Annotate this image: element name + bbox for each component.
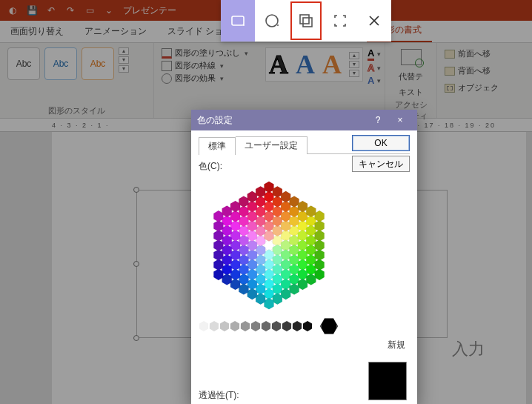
new-color-swatch — [368, 362, 407, 400]
shape-style-preset-3[interactable]: Abc — [82, 47, 114, 80]
bucket-icon — [162, 48, 172, 59]
color-hex-picker[interactable] — [199, 179, 339, 312]
capture-fullscreen-button[interactable] — [323, 0, 357, 42]
send-backward-icon — [445, 67, 455, 76]
capture-toolbar — [221, 0, 391, 42]
dialog-titlebar[interactable]: 色の設定 ? × — [191, 110, 417, 130]
svg-point-1 — [243, 24, 245, 26]
undo-icon[interactable]: ↶ — [46, 5, 56, 16]
tab-animation[interactable]: アニメーション — [74, 21, 157, 42]
svg-point-3 — [277, 24, 279, 26]
shape-effects-button[interactable]: 図形の効果▾ — [162, 73, 248, 84]
ribbon: Abc Abc Abc ▴▾▾ 図形のスタイル 図形の塗りつぶし▾ 図形の枠線▾… — [0, 43, 532, 119]
placeholder-text[interactable]: 入力 — [452, 338, 485, 360]
svg-rect-5 — [303, 18, 312, 27]
selection-pane-icon — [445, 84, 455, 93]
group-wordart-styles: A A A ▴▾▾ A▾ A▾ A▾ — [258, 43, 385, 118]
more-icon[interactable]: ⌄ — [104, 5, 114, 16]
capture-freeform-button[interactable] — [255, 0, 289, 42]
touch-icon[interactable]: ▭ — [84, 5, 95, 16]
resize-handle[interactable] — [133, 261, 139, 267]
dialog-title: 色の設定 — [197, 114, 233, 127]
ok-button[interactable]: OK — [352, 135, 410, 151]
alt-text-line2: キスト — [399, 87, 423, 98]
group-accessibility: 代替テ キスト アクセシビリティ — [385, 43, 437, 118]
dialog-close-button[interactable]: × — [389, 115, 411, 125]
wordart-preset-3[interactable]: A — [322, 51, 342, 78]
group-shape-format: 図形の塗りつぶし▾ 図形の枠線▾ 図形の効果▾ — [154, 43, 258, 118]
wordart-gallery[interactable]: A A A ▴▾▾ — [265, 47, 363, 82]
cancel-button[interactable]: キャンセル — [352, 156, 410, 172]
text-fill-button[interactable]: A▾ — [368, 47, 381, 61]
alt-text-line1: 代替テ — [399, 71, 423, 82]
shape-style-gallery-spinner[interactable]: ▴▾▾ — [119, 47, 129, 73]
svg-rect-0 — [232, 16, 244, 25]
group-shape-styles: Abc Abc Abc ▴▾▾ 図形のスタイル — [0, 43, 154, 118]
svg-point-2 — [266, 15, 278, 27]
autosave-icon: ◐ — [7, 5, 18, 16]
bring-forward-icon — [445, 50, 455, 59]
selection-pane-button[interactable]: オブジェク — [445, 82, 499, 94]
text-effects-button[interactable]: A▾ — [368, 75, 381, 86]
shape-outline-button[interactable]: 図形の枠線▾ — [162, 60, 248, 71]
send-backward-button[interactable]: 背面へ移 — [445, 64, 491, 77]
text-outline-button[interactable]: A▾ — [368, 62, 381, 73]
wordart-gallery-spinner[interactable]: ▴▾▾ — [349, 52, 359, 77]
color-dialog: 色の設定 ? × 標準 ユーザー設定 OK キャンセル 色(C): 新規 透過性… — [191, 110, 417, 404]
selected-shade-hex[interactable] — [320, 317, 338, 335]
new-color-label: 新規 — [388, 339, 405, 351]
capture-rect-button[interactable] — [221, 0, 255, 42]
shape-style-preset-2[interactable]: Abc — [44, 47, 77, 80]
chevron-down-icon: ▾ — [245, 50, 248, 57]
outline-icon — [162, 61, 172, 71]
shape-style-preset-1[interactable]: Abc — [7, 47, 40, 80]
tab-transition[interactable]: 画面切り替え — [0, 21, 74, 42]
resize-handle[interactable] — [133, 335, 139, 341]
shape-fill-button[interactable]: 図形の塗りつぶし▾ — [162, 47, 248, 59]
chevron-down-icon: ▾ — [220, 62, 224, 70]
effects-icon — [162, 73, 172, 84]
tab-custom[interactable]: ユーザー設定 — [236, 136, 307, 154]
alt-text-icon[interactable] — [401, 49, 422, 65]
group-arrange: 前面へ移 背面へ移 オブジェク — [437, 43, 506, 118]
document-title: プレゼンテー — [123, 4, 176, 17]
save-icon[interactable]: 💾 — [27, 5, 37, 16]
redo-icon[interactable]: ↷ — [65, 5, 76, 16]
chevron-down-icon: ▾ — [220, 75, 224, 82]
group-label-shape-styles: 図形のスタイル — [7, 104, 146, 116]
bring-forward-button[interactable]: 前面へ移 — [445, 47, 491, 60]
resize-handle[interactable] — [133, 187, 139, 193]
wordart-preset-1[interactable]: A — [269, 51, 288, 78]
wordart-preset-2[interactable]: A — [296, 51, 315, 78]
svg-rect-4 — [300, 15, 309, 24]
capture-window-button[interactable] — [289, 0, 323, 42]
dialog-help-button[interactable]: ? — [367, 115, 389, 125]
tab-standard[interactable]: 標準 — [199, 137, 236, 155]
transparency-label: 透過性(T): — [199, 389, 239, 402]
shade-row[interactable] — [199, 317, 347, 336]
capture-close-button[interactable] — [357, 0, 391, 42]
